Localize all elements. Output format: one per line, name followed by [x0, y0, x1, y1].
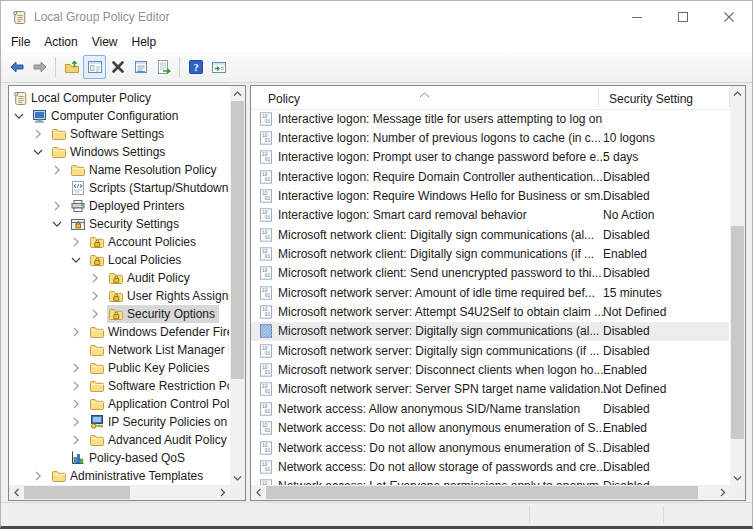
expand-chevron-icon[interactable] — [68, 378, 88, 394]
list-scroll-up-button[interactable] — [730, 86, 745, 101]
expand-chevron-icon[interactable] — [68, 414, 88, 430]
policy-row[interactable]: 1001Microsoft network client: Send unenc… — [251, 264, 729, 283]
policy-row[interactable]: 1001Interactive logon: Number of previou… — [251, 128, 729, 147]
tree-item-advanced-audit-policy-configuration[interactable]: Advanced Audit Policy Configuration — [9, 431, 229, 449]
policy-row[interactable]: 1001Interactive logon: Prompt user to ch… — [251, 148, 729, 167]
expand-chevron-icon[interactable] — [68, 396, 88, 412]
tree-item-windows-settings[interactable]: Windows Settings — [9, 143, 229, 161]
expand-chevron-icon[interactable] — [87, 288, 107, 304]
close-button[interactable] — [706, 1, 752, 32]
policy-row[interactable]: 1001Microsoft network server: Attempt S4… — [251, 302, 729, 321]
tree-vscroll-thumb[interactable] — [231, 101, 244, 379]
expand-chevron-icon[interactable] — [68, 234, 88, 250]
menu-help[interactable]: Help — [125, 33, 164, 51]
collapse-chevron-icon[interactable] — [11, 108, 31, 124]
folder-icon — [51, 468, 67, 484]
policy-row[interactable]: 1001Interactive logon: Message title for… — [251, 109, 729, 128]
tree-item-scripts-startup-shutdown[interactable]: Scripts (Startup/Shutdown) — [9, 179, 229, 197]
gpo-scroll-icon — [12, 90, 28, 106]
policy-row[interactable]: 1001Network access: Do not allow anonymo… — [251, 419, 729, 438]
expand-chevron-icon[interactable] — [49, 198, 69, 214]
minimize-button[interactable] — [614, 1, 660, 32]
policy-row[interactable]: 1001Interactive logon: Require Windows H… — [251, 186, 729, 205]
tree-hscroll-thumb[interactable] — [24, 486, 130, 499]
tree-scroll-left-button[interactable] — [9, 485, 24, 500]
tree-item-software-settings[interactable]: Software Settings — [9, 125, 229, 143]
tree-item-software-restriction-policies[interactable]: Software Restriction Policies — [9, 377, 229, 395]
menu-view[interactable]: View — [85, 33, 125, 51]
tree-item-name-resolution-policy[interactable]: Name Resolution Policy — [9, 161, 229, 179]
policy-row[interactable]: 1001Microsoft network client: Digitally … — [251, 225, 729, 244]
policy-row[interactable]: 1001Network access: Do not allow storage… — [251, 457, 729, 476]
tree-item-user-rights-assignment[interactable]: User Rights Assignment — [9, 287, 229, 305]
list-scroll-left-button[interactable] — [251, 485, 266, 500]
policy-row[interactable]: 1001Network access: Allow anonymous SID/… — [251, 399, 729, 418]
collapse-chevron-icon[interactable] — [49, 216, 69, 232]
tree-vertical-scrollbar[interactable] — [230, 86, 245, 485]
expand-chevron-icon[interactable] — [68, 360, 88, 376]
tree-item-security-options[interactable]: Security Options — [9, 305, 229, 323]
delete-button[interactable] — [106, 55, 129, 79]
list-scroll-right-button[interactable] — [715, 485, 730, 500]
tree-item-account-policies[interactable]: Account Policies — [9, 233, 229, 251]
svg-text:01: 01 — [265, 428, 271, 433]
tree-scroll-up-button[interactable] — [230, 86, 245, 101]
list-scroll-down-button[interactable] — [730, 470, 745, 485]
policy-row[interactable]: 1001Microsoft network server: Amount of … — [251, 283, 729, 302]
expand-chevron-icon[interactable] — [49, 162, 69, 178]
tree-item-application-control-policies[interactable]: Application Control Policies — [9, 395, 229, 413]
tree-item-windows-defender-firewall[interactable]: Windows Defender Firewall — [9, 323, 229, 341]
policy-row[interactable]: 1001Microsoft network server: Server SPN… — [251, 380, 729, 399]
tree-item-local-policies[interactable]: Local Policies — [9, 251, 229, 269]
tree-item-audit-policy[interactable]: Audit Policy — [9, 269, 229, 287]
policy-doc-icon: 1001 — [259, 344, 273, 358]
policy-row[interactable]: 1001Microsoft network server: Digitally … — [251, 341, 729, 360]
expand-chevron-icon[interactable] — [68, 324, 88, 340]
forward-button[interactable] — [28, 55, 51, 79]
tree-item-local-computer-policy[interactable]: Local Computer Policy — [9, 89, 229, 107]
tree-scroll-down-button[interactable] — [230, 470, 245, 485]
tree-scroll-right-button[interactable] — [215, 485, 230, 500]
maximize-button[interactable] — [660, 1, 706, 32]
expand-chevron-icon[interactable] — [68, 432, 88, 448]
collapse-chevron-icon[interactable] — [30, 144, 50, 160]
policy-row[interactable]: 1001Microsoft network server: Disconnect… — [251, 360, 729, 379]
policy-row[interactable]: 1001Network access: Do not allow anonymo… — [251, 438, 729, 457]
policy-row[interactable]: 1001Network access: Let Everyone permiss… — [251, 477, 729, 485]
list-vscroll-thumb[interactable] — [731, 226, 744, 439]
tree-horizontal-scrollbar[interactable] — [9, 485, 230, 500]
list-horizontal-scrollbar[interactable] — [251, 485, 730, 500]
tree-item-public-key-policies[interactable]: Public Key Policies — [9, 359, 229, 377]
help-button[interactable]: ? — [184, 55, 207, 79]
policy-row[interactable]: 1001Microsoft network client: Digitally … — [251, 244, 729, 263]
policy-row[interactable]: Microsoft network server: Digitally sign… — [251, 322, 729, 341]
expand-chevron-icon[interactable] — [30, 468, 50, 484]
properties-button[interactable] — [129, 55, 152, 79]
list-hscroll-thumb[interactable] — [266, 486, 698, 499]
tree-item-computer-configuration[interactable]: Computer Configuration — [9, 107, 229, 125]
tree-item-policy-based-qos[interactable]: Policy-based QoS — [9, 449, 229, 467]
menu-file[interactable]: File — [4, 33, 37, 51]
tree-item-label: IP Security Policies on Local Computer — [108, 415, 229, 429]
back-button[interactable] — [5, 55, 28, 79]
expand-chevron-icon[interactable] — [30, 126, 50, 142]
up-one-level-button[interactable] — [60, 55, 83, 79]
new-window-button[interactable] — [207, 55, 230, 79]
column-header-policy[interactable]: Policy — [262, 86, 306, 109]
tree-item-security-settings[interactable]: Security Settings — [9, 215, 229, 233]
expand-chevron-icon[interactable] — [87, 270, 107, 286]
menu-action[interactable]: Action — [37, 33, 84, 51]
column-divider[interactable] — [598, 88, 599, 107]
show-console-tree-button[interactable] — [83, 55, 106, 79]
tree-item-ip-security-policies-on-local-computer[interactable]: IP Security Policies on Local Computer — [9, 413, 229, 431]
tree-item-administrative-templates[interactable]: Administrative Templates — [9, 467, 229, 484]
export-list-button[interactable] — [152, 55, 175, 79]
policy-row[interactable]: 1001Interactive logon: Require Domain Co… — [251, 167, 729, 186]
list-vertical-scrollbar[interactable] — [730, 86, 745, 485]
collapse-chevron-icon[interactable] — [68, 252, 88, 268]
column-header-security-setting[interactable]: Security Setting — [603, 86, 699, 109]
tree-item-network-list-manager-policies[interactable]: Network List Manager Policies — [9, 341, 229, 359]
expand-chevron-icon[interactable] — [87, 306, 107, 322]
policy-row[interactable]: 1001Interactive logon: Smart card remova… — [251, 206, 729, 225]
tree-item-deployed-printers[interactable]: Deployed Printers — [9, 197, 229, 215]
